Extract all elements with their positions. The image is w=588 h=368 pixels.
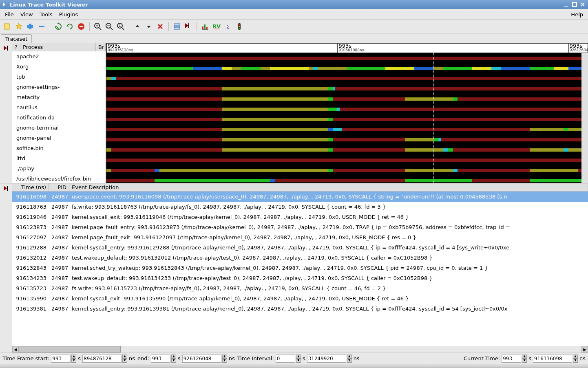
process-row[interactable]: metacity xyxy=(12,92,106,102)
timeline-track[interactable] xyxy=(106,165,588,175)
sum-icon[interactable]: Σ xyxy=(223,22,233,31)
timeline-track[interactable] xyxy=(106,145,588,155)
process-row[interactable]: gnome-panel xyxy=(12,133,106,143)
resize-grip[interactable] xyxy=(0,364,588,368)
process-row[interactable]: tpb xyxy=(12,72,106,82)
redo-refresh-icon[interactable] xyxy=(65,22,75,31)
menu-view[interactable]: View xyxy=(17,10,36,19)
traffic-light-icon[interactable] xyxy=(234,22,244,31)
timeline-track[interactable] xyxy=(106,134,588,145)
spin-control[interactable]: ▲▼ xyxy=(522,355,527,363)
event-hscroll[interactable]: ◀ ▶ xyxy=(12,346,588,353)
time-cursor[interactable] xyxy=(433,53,434,183)
event-row[interactable]: 91612928824987kernel.syscall_entry: 993.… xyxy=(12,242,588,253)
event-row[interactable]: 91611904624987kernel.syscall_exit: 993.9… xyxy=(12,212,588,222)
open-trace-icon[interactable] xyxy=(25,22,35,31)
process-col-q[interactable]: ? xyxy=(12,43,20,51)
window-close-button[interactable] xyxy=(579,1,586,8)
event-col-desc[interactable]: Event Description xyxy=(69,183,588,191)
scroll-thumb[interactable] xyxy=(19,346,121,353)
event-col-time[interactable]: Time (ns) xyxy=(12,183,49,191)
event-row[interactable]: 91611876324987fs.write: 993.916118763 (/… xyxy=(12,202,588,212)
event-row[interactable]: 91613938124987kernel.syscall_entry: 993.… xyxy=(12,304,588,314)
event-col-pid[interactable]: PID xyxy=(49,183,69,191)
event-row[interactable]: 91613572324987fs.write: 993.916135723 (/… xyxy=(12,283,588,293)
timeline-tracks[interactable] xyxy=(106,53,588,183)
add-trace-icon[interactable] xyxy=(14,22,24,31)
frame-start-sec-input[interactable] xyxy=(51,355,71,363)
timeline-track[interactable] xyxy=(106,73,588,84)
timeline-track[interactable] xyxy=(106,114,588,124)
event-row[interactable]: 91611609824987userspace.event: 993.91611… xyxy=(12,192,588,202)
event-row[interactable]: 91613423324987test.wakeup_default: 993.9… xyxy=(12,273,588,283)
event-row[interactable]: 91612387324987kernel.page_fault_entry: 9… xyxy=(12,222,588,232)
timeline-view[interactable]: 993s894876128ns993s910501088ns993s926126… xyxy=(106,43,588,183)
process-row[interactable]: soffice.bin xyxy=(12,143,106,153)
up-icon[interactable] xyxy=(133,22,142,31)
process-col-name[interactable]: Process xyxy=(20,43,96,51)
current-ns-input[interactable] xyxy=(533,355,572,363)
stop-icon[interactable] xyxy=(76,22,86,31)
remove-trace-icon[interactable] xyxy=(37,22,46,31)
process-row[interactable]: nautilus xyxy=(12,102,106,112)
menu-plugins[interactable]: Plugins xyxy=(56,10,82,19)
frame-end-ns-input[interactable] xyxy=(182,355,221,363)
event-row[interactable]: 91613599024987kernel.syscall_exit: 993.9… xyxy=(12,293,588,304)
histogram-green-icon[interactable]: RV xyxy=(212,22,221,31)
spin-control[interactable]: ▲▼ xyxy=(171,355,176,363)
current-sec-input[interactable] xyxy=(502,355,521,363)
timeline-track[interactable] xyxy=(106,63,588,73)
timeline-track[interactable] xyxy=(106,175,588,183)
spin-control[interactable]: ▲▼ xyxy=(122,355,127,363)
delete-view-icon[interactable] xyxy=(155,22,165,31)
process-row[interactable]: ./aplay xyxy=(12,163,106,174)
menu-file[interactable]: File xyxy=(2,10,17,19)
detail-view-icon[interactable] xyxy=(172,22,182,31)
window-collapse-button[interactable] xyxy=(2,1,8,8)
down-icon[interactable] xyxy=(144,22,154,31)
interval-ns-input[interactable] xyxy=(307,355,346,363)
event-row[interactable]: 91613201224987test.wakeup_default: 993.9… xyxy=(12,253,588,263)
event-row[interactable]: 91612709724987kernel.page_fault_exit: 99… xyxy=(12,232,588,242)
tab-traceset[interactable]: Traceset xyxy=(1,34,32,43)
histogram-red-icon[interactable] xyxy=(200,22,210,31)
spin-control[interactable]: ▲▼ xyxy=(71,355,76,363)
timeline-track[interactable] xyxy=(106,53,588,63)
refresh-icon[interactable] xyxy=(53,22,63,31)
process-row[interactable]: /usr/lib/iceweasel/firefox-bin xyxy=(12,174,106,183)
event-row[interactable]: 91613284324987kernel.sched_try_wakeup: 9… xyxy=(12,263,588,273)
menu-tools[interactable]: Tools xyxy=(36,10,56,19)
process-row[interactable]: lttd xyxy=(12,153,106,163)
time-ruler[interactable]: 993s894876128ns993s910501088ns993s926126… xyxy=(106,43,588,53)
timeline-track[interactable] xyxy=(106,124,588,134)
window-minimize-button[interactable] xyxy=(563,1,570,8)
spin-control[interactable]: ▲▼ xyxy=(222,355,227,363)
process-row[interactable]: gnome-settings- xyxy=(12,82,106,92)
new-trace-icon[interactable] xyxy=(2,22,12,31)
spin-control[interactable]: ▲▼ xyxy=(573,355,578,363)
interval-sec-input[interactable] xyxy=(276,355,295,363)
zoom-in-icon[interactable] xyxy=(93,22,103,31)
scroll-left-icon[interactable]: ◀ xyxy=(12,346,19,353)
zoom-fit-icon[interactable]: 1 xyxy=(116,22,126,31)
frame-end-sec-input[interactable] xyxy=(151,355,170,363)
zoom-out-icon[interactable] xyxy=(104,22,114,31)
frame-start-ns-input[interactable] xyxy=(82,355,122,363)
process-row[interactable]: Xorg xyxy=(12,62,106,72)
menu-help[interactable]: Help xyxy=(568,10,586,19)
timeline-track[interactable] xyxy=(106,104,588,114)
event-view-icon[interactable] xyxy=(183,22,193,31)
spin-control[interactable]: ▲▼ xyxy=(347,355,352,363)
process-row[interactable]: notification-da xyxy=(12,112,106,123)
timeline-vscroll[interactable] xyxy=(581,53,588,183)
spin-control[interactable]: ▲▼ xyxy=(296,355,301,363)
scroll-right-icon[interactable]: ▶ xyxy=(581,346,588,353)
timeline-track[interactable] xyxy=(106,84,588,94)
event-desc: kernel.syscall_entry: 993.916129288 (/tm… xyxy=(69,242,588,253)
timeline-track[interactable] xyxy=(106,94,588,104)
process-col-br[interactable]: Br xyxy=(96,43,106,51)
process-row[interactable]: gnome-terminal xyxy=(12,123,106,133)
process-row[interactable]: apache2 xyxy=(12,51,106,62)
window-maximize-button[interactable] xyxy=(571,1,578,8)
timeline-track[interactable] xyxy=(106,155,588,165)
